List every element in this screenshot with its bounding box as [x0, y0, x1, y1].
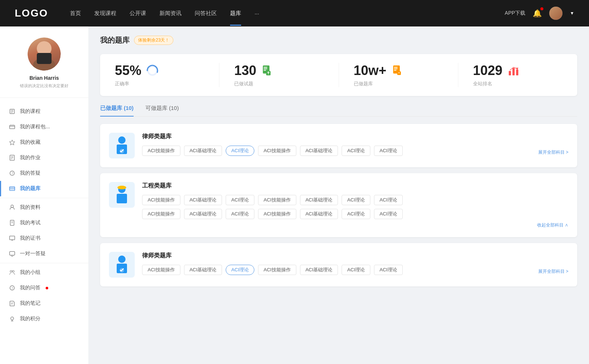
svg-rect-28 — [10, 251, 15, 255]
sidebar-item-label: 我的收藏 — [20, 139, 40, 146]
sidebar-item-points[interactable]: 我的积分 — [0, 311, 88, 326]
tag[interactable]: ACI技能操作 — [142, 265, 180, 275]
nav-home[interactable]: 首页 — [70, 10, 81, 17]
sidebar-item-label: 我的积分 — [20, 315, 40, 322]
notification-bell-icon[interactable]: 🔔 — [533, 9, 542, 18]
tag[interactable]: ACI技能操作 — [258, 209, 296, 219]
main-layout: Brian Harris 错误的决定比没有决定要好 我的课程 我的课程包... — [0, 26, 589, 364]
sidebar-item-notes[interactable]: 我的笔记 — [0, 296, 88, 311]
tag-active[interactable]: ACI理论 — [226, 146, 254, 156]
nav-discover[interactable]: 发现课程 — [94, 10, 116, 17]
tag[interactable]: ACI理论 — [342, 265, 370, 275]
user-avatar — [28, 38, 61, 71]
tag[interactable]: ACI技能操作 — [258, 146, 296, 156]
collapse-link-2[interactable]: 收起全部科目 ∧ — [142, 222, 568, 228]
tag[interactable]: ACI技能操作 — [142, 146, 180, 156]
sidebar-item-favorites[interactable]: 我的收藏 — [0, 135, 88, 150]
logo: LOGO — [15, 7, 48, 19]
points-icon — [9, 315, 15, 322]
sidebar-item-qbank[interactable]: 我的题库 — [0, 181, 88, 196]
qbank-header: 工程类题库 ACI技能操作 ACI基础理论 ACI理论 ACI技能操作 ACI基… — [109, 182, 568, 228]
qbank-icon-wrap-2 — [109, 182, 135, 208]
tag[interactable]: ACI理论 — [342, 209, 370, 219]
sidebar-item-label: 我的笔记 — [20, 300, 40, 307]
qbank-name-3: 律师类题库 — [142, 252, 568, 260]
svg-rect-54 — [512, 68, 515, 75]
tag[interactable]: ACI理论 — [342, 146, 370, 156]
tag[interactable]: ACI理论 — [342, 195, 370, 205]
nav-open-course[interactable]: 公开课 — [130, 10, 146, 17]
sidebar-item-exam[interactable]: 我的考试 — [0, 215, 88, 231]
tags-row-3: ACI技能操作 ACI基础理论 ACI理论 ACI技能操作 ACI基础理论 AC… — [142, 265, 403, 275]
trial-badge: 体验剩余23天！ — [134, 36, 173, 45]
app-download-button[interactable]: APP下载 — [505, 10, 525, 17]
sidebar-item-label: 我的答疑 — [20, 170, 40, 176]
tag[interactable]: ACI技能操作 — [258, 195, 296, 205]
qbank-card-1: 律师类题库 ACI技能操作 ACI基础理论 ACI理论 ACI技能操作 ACI基… — [100, 124, 577, 167]
notification-badge — [540, 7, 543, 10]
qa-icon: ? — [9, 170, 15, 176]
tag[interactable]: ACI理论 — [374, 265, 403, 275]
tag[interactable]: ACI基础理论 — [184, 209, 222, 219]
expand-link-1[interactable]: 展开全部科目 > — [538, 149, 568, 156]
tag[interactable]: ACI技能操作 — [142, 195, 180, 205]
tag[interactable]: ACI理论 — [226, 209, 254, 219]
tab-available[interactable]: 可做题库 (10) — [145, 105, 179, 116]
sidebar-item-courses[interactable]: 我的课程 — [0, 104, 88, 119]
sidebar-item-homework[interactable]: 我的作业 — [0, 150, 88, 165]
tabs-row: 已做题库 (10) 可做题库 (10) — [100, 105, 577, 117]
svg-point-29 — [10, 271, 12, 272]
exam-icon — [9, 220, 15, 226]
qbank-icon-wrap-1 — [109, 133, 135, 158]
qbank-name-2: 工程类题库 — [142, 182, 568, 190]
sidebar-item-label: 我的小组 — [20, 269, 40, 276]
svg-rect-50 — [394, 70, 396, 71]
sidebar-item-profile[interactable]: 我的资料 — [0, 200, 88, 215]
svg-rect-7 — [10, 125, 15, 129]
sidebar-menu: 我的课程 我的课程包... 我的收藏 我的作业 — [0, 104, 88, 326]
user-avatar-nav[interactable] — [549, 7, 562, 20]
qbank-info-1: 律师类题库 ACI技能操作 ACI基础理论 ACI理论 ACI技能操作 ACI基… — [142, 133, 568, 156]
tag-active[interactable]: ACI理论 — [226, 265, 254, 275]
sidebar: Brian Harris 错误的决定比没有决定要好 我的课程 我的课程包... — [0, 26, 88, 364]
tag[interactable]: ACI基础理论 — [184, 195, 222, 205]
svg-point-27 — [12, 240, 13, 241]
sidebar-item-certificate[interactable]: 我的证书 — [0, 231, 88, 246]
tag[interactable]: ACI基础理论 — [300, 265, 338, 275]
qbank-icon — [9, 185, 15, 192]
sidebar-item-my-qa[interactable]: ? 我的问答 — [0, 280, 88, 296]
stat-value-row: 10w+ — [354, 63, 404, 78]
profile-section: Brian Harris 错误的决定比没有决定要好 — [0, 38, 88, 98]
tag[interactable]: ACI基础理论 — [184, 146, 222, 156]
tag[interactable]: ACI基础理论 — [300, 209, 338, 219]
sidebar-item-group[interactable]: 我的小组 — [0, 265, 88, 280]
svg-rect-42 — [264, 68, 267, 69]
tab-done[interactable]: 已做题库 (10) — [100, 105, 134, 116]
svg-rect-43 — [264, 70, 266, 71]
nav-more[interactable]: ··· — [254, 10, 259, 17]
tag[interactable]: ACI理论 — [374, 209, 403, 219]
tag[interactable]: ACI技能操作 — [142, 209, 180, 219]
page-title: 我的题库 — [100, 35, 130, 45]
sidebar-item-1on1[interactable]: 一对一答疑 — [0, 246, 88, 261]
qbank-header: 律师类题库 ACI技能操作 ACI基础理论 ACI理论 ACI技能操作 ACI基… — [109, 252, 568, 278]
tag[interactable]: ACI基础理论 — [184, 265, 222, 275]
tag[interactable]: ACI理论 — [374, 146, 403, 156]
tag[interactable]: ACI理论 — [226, 195, 254, 205]
nav-qa[interactable]: 问答社区 — [195, 10, 217, 17]
svg-text:?: ? — [11, 286, 13, 290]
tag[interactable]: ACI技能操作 — [258, 265, 296, 275]
tag[interactable]: ACI基础理论 — [300, 146, 338, 156]
sidebar-item-qa[interactable]: ? 我的答疑 — [0, 165, 88, 181]
nav-news[interactable]: 新闻资讯 — [159, 10, 181, 17]
stat-value-row: 1029 — [473, 63, 520, 78]
svg-rect-51 — [397, 71, 401, 75]
expand-link-3[interactable]: 展开全部科目 > — [538, 268, 568, 275]
user-dropdown-icon[interactable]: ▼ — [570, 11, 574, 16]
tag[interactable]: ACI基础理论 — [300, 195, 338, 205]
sidebar-item-course-package[interactable]: 我的课程包... — [0, 119, 88, 135]
tag[interactable]: ACI理论 — [374, 195, 403, 205]
qbank-name-1: 律师类题库 — [142, 133, 568, 140]
nav-qbank[interactable]: 题库 — [230, 10, 241, 17]
user-name: Brian Harris — [29, 75, 59, 81]
